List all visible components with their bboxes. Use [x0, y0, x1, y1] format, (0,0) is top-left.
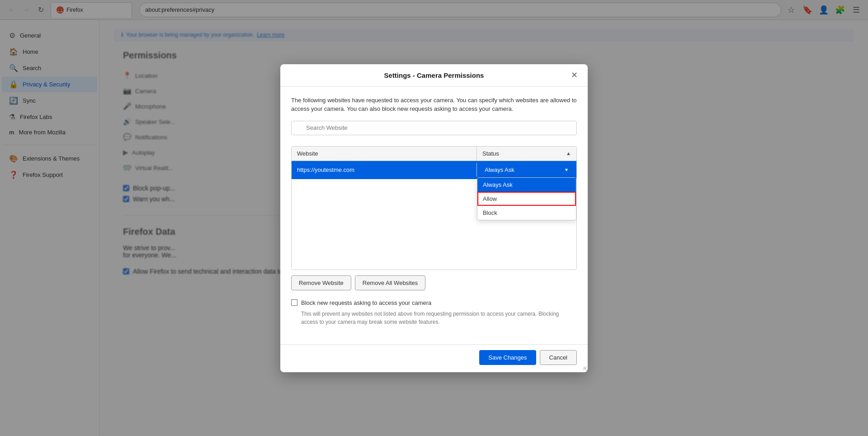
block-new-requests-section: Block new requests asking to access your… — [291, 299, 577, 326]
dropdown-option-always-ask[interactable]: Always Ask — [477, 178, 576, 192]
website-search-input[interactable] — [291, 121, 577, 135]
modal-close-button[interactable]: ✕ — [568, 69, 580, 81]
remove-buttons-row: Remove Website Remove All Websites — [291, 275, 577, 290]
sort-arrow-icon: ▲ — [566, 151, 571, 156]
dropdown-menu: Always Ask Allow Block — [477, 177, 576, 220]
modal-overlay: Settings - Camera Permissions ✕ The foll… — [0, 0, 868, 436]
permissions-table: Website Status ▲ https://youtestme.com — [291, 146, 577, 270]
save-changes-button[interactable]: Save Changes — [479, 350, 536, 365]
dropdown-arrow-icon: ▼ — [564, 167, 569, 172]
cancel-button[interactable]: Cancel — [540, 350, 577, 365]
modal-body: The following websites have requested to… — [280, 87, 588, 344]
status-dropdown-value: Always Ask — [485, 166, 514, 173]
table-row[interactable]: https://youtestme.com Always Ask ▼ — [292, 161, 576, 179]
resize-handle[interactable]: ⇱ — [580, 365, 588, 372]
dropdown-option-block[interactable]: Block — [477, 206, 576, 220]
modal-dialog: Settings - Camera Permissions ✕ The foll… — [280, 64, 588, 372]
remove-website-button[interactable]: Remove Website — [291, 275, 351, 290]
dropdown-option-allow[interactable]: Allow — [477, 192, 576, 206]
modal-header: Settings - Camera Permissions ✕ — [280, 64, 588, 87]
col-website: Website — [292, 147, 477, 161]
block-requests-label: Block new requests asking to access your… — [301, 299, 431, 306]
remove-all-websites-button[interactable]: Remove All Websites — [355, 275, 426, 290]
block-requests-checkbox[interactable] — [291, 299, 297, 306]
search-wrapper: 🔍 — [291, 121, 577, 141]
col-status: Status ▲ — [477, 147, 576, 161]
website-cell: https://youtestme.com — [292, 163, 477, 177]
block-checkbox-row[interactable]: Block new requests asking to access your… — [291, 299, 577, 306]
modal-title: Settings - Camera Permissions — [384, 71, 484, 79]
modal-footer: Save Changes Cancel — [280, 344, 588, 372]
status-dropdown[interactable]: Always Ask ▼ — [481, 163, 573, 177]
table-body: https://youtestme.com Always Ask ▼ — [292, 161, 576, 270]
block-requests-description: This will prevent any websites not liste… — [301, 310, 577, 326]
modal-description: The following websites have requested to… — [291, 96, 577, 114]
status-cell: Always Ask ▼ Always Ask Allow — [477, 161, 576, 179]
main-area: ⚙ General 🏠 Home 🔍 Search 🔒 Privacy & Se… — [0, 20, 868, 436]
table-header: Website Status ▲ — [292, 147, 576, 161]
